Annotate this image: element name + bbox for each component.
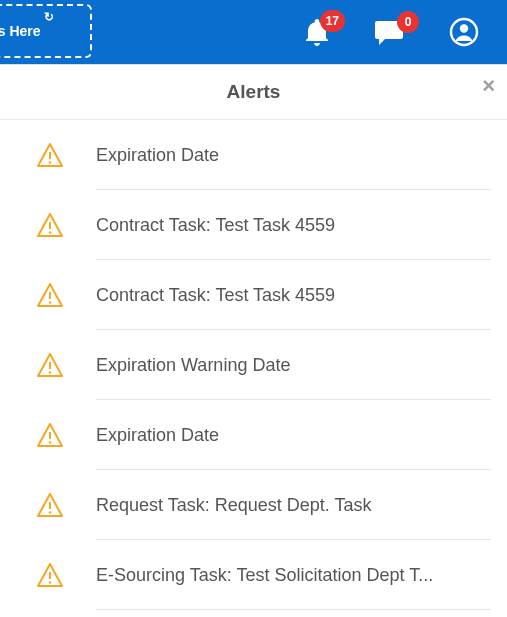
alert-row[interactable]: E-Sourcing Task: Test Solicitation Dept … [0,540,507,610]
alert-title: Request Task: Request Dept. Task [96,495,485,516]
alert-row[interactable]: Contract Task: Test Task 4559 [0,190,507,260]
alert-row[interactable]: Request Task: Request Dept. Task [0,470,507,540]
svg-point-13 [49,511,51,513]
alert-row[interactable]: Expiration Date [0,400,507,470]
alert-title: E-Sourcing Task: Test Solicitation Dept … [96,565,485,586]
warning-triangle-icon [36,352,64,378]
svg-point-5 [49,231,51,233]
alerts-panel: Alerts × Expiration Date Contract Task: … [0,64,507,617]
svg-point-9 [49,371,51,373]
alert-title: Expiration Date [96,425,485,446]
svg-point-3 [49,161,51,163]
warning-triangle-icon [36,562,64,588]
alerts-list: Expiration Date Contract Task: Test Task… [0,120,507,617]
notifications-badge: 17 [320,10,345,32]
profile-button[interactable] [449,17,479,47]
notifications-button[interactable]: 17 [305,18,329,46]
alert-row[interactable]: Contract Task: Test Task 4559 [0,260,507,330]
warning-triangle-icon [36,492,64,518]
svg-point-7 [49,301,51,303]
reload-icon: ↻ [44,10,54,24]
svg-point-15 [49,581,51,583]
top-navbar: ↻ es Here 17 0 [0,0,507,64]
warning-triangle-icon [36,422,64,448]
alert-row[interactable]: Expiration Warning Date [0,330,507,400]
drop-target-box[interactable]: ↻ es Here [0,4,92,58]
warning-triangle-icon [36,212,64,238]
messages-button[interactable]: 0 [375,19,403,45]
user-circle-icon [449,17,479,47]
topbar-icon-group: 17 0 [305,17,479,47]
alert-row[interactable]: Expiration Date [0,120,507,190]
alerts-panel-header: Alerts × [0,65,507,120]
alert-title: Expiration Date [96,145,485,166]
warning-triangle-icon [36,282,64,308]
alert-title: Expiration Warning Date [96,355,485,376]
close-button[interactable]: × [482,75,495,97]
alert-title: Contract Task: Test Task 4559 [96,215,485,236]
drop-target-label: es Here [0,23,41,39]
messages-badge: 0 [397,11,419,33]
svg-point-11 [49,441,51,443]
alert-title: Contract Task: Test Task 4559 [96,285,485,306]
warning-triangle-icon [36,142,64,168]
svg-point-1 [460,24,468,32]
alerts-panel-title: Alerts [227,81,281,102]
